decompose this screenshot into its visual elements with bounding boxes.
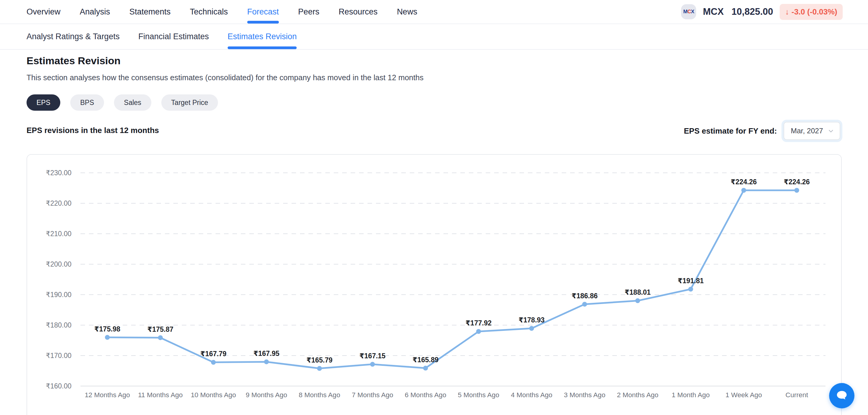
chart-point-label: ₹188.01 (625, 288, 651, 296)
chart-point[interactable] (423, 366, 428, 370)
chart-point-label: ₹224.26 (784, 178, 810, 186)
down-arrow-icon: ↓ (785, 7, 789, 17)
chart-point[interactable] (741, 188, 746, 193)
chat-button[interactable] (829, 383, 855, 408)
ticker-cluster: MCX MCX 10,825.00 ↓ -3.0 (-0.03%) (681, 0, 843, 24)
fy-end-label: EPS estimate for FY end: (684, 126, 777, 136)
fy-end-select[interactable]: Mar, 2027 (783, 122, 840, 140)
x-tick-label: 3 Months Ago (564, 391, 606, 399)
subnav-item-financial-estimates[interactable]: Financial Estimates (138, 24, 209, 49)
x-tick-label: 5 Months Ago (458, 391, 500, 399)
y-tick-label: ₹200.00 (46, 260, 71, 268)
chart-point-label: ₹167.95 (253, 350, 280, 357)
nav-item-forecast[interactable]: Forecast (247, 0, 279, 24)
nav-item-overview[interactable]: Overview (27, 0, 61, 24)
secondary-nav: Analyst Ratings & TargetsFinancial Estim… (0, 24, 868, 50)
x-tick-label: 8 Months Ago (299, 391, 340, 399)
chart-point[interactable] (211, 360, 216, 365)
chart-point-label: ₹224.26 (731, 178, 757, 186)
x-tick-label: 2 Months Ago (617, 391, 658, 399)
chart-point[interactable] (370, 362, 375, 367)
chart-point-label: ₹165.89 (412, 356, 438, 364)
mcx-logo: MCX (681, 4, 696, 19)
x-tick-label: Current (785, 391, 808, 399)
nav-item-statements[interactable]: Statements (129, 0, 170, 24)
chevron-down-icon (828, 127, 834, 134)
chart-section-title: EPS revisions in the last 12 months (27, 126, 159, 135)
chart-point-label: ₹177.92 (466, 319, 491, 327)
chart-point-label: ₹167.79 (200, 350, 226, 358)
x-tick-label: 11 Months Ago (138, 391, 183, 399)
chart-point[interactable] (158, 335, 163, 340)
nav-item-analysis[interactable]: Analysis (80, 0, 110, 24)
ticker-symbol: MCX (703, 6, 723, 17)
x-tick-label: 1 Week Ago (725, 391, 762, 399)
price-change-badge: ↓ -3.0 (-0.03%) (780, 4, 843, 20)
chat-bubble-icon (835, 389, 848, 402)
page-subtitle: This section analyses how the consensus … (27, 73, 424, 82)
chart-point-label: ₹175.87 (148, 325, 173, 333)
chart-point-label: ₹191.81 (678, 277, 704, 285)
chart-point[interactable] (529, 326, 534, 331)
chart-point-label: ₹178.93 (519, 316, 545, 324)
chart-point-label: ₹175.98 (94, 325, 121, 333)
y-tick-label: ₹220.00 (46, 199, 71, 207)
nav-item-peers[interactable]: Peers (298, 0, 319, 24)
chart-point[interactable] (317, 366, 322, 371)
pill-sales[interactable]: Sales (114, 94, 151, 111)
subnav-item-analyst-ratings-targets[interactable]: Analyst Ratings & Targets (27, 24, 120, 49)
eps-revision-chart-panel: ₹230.00₹220.00₹210.00₹200.00₹190.00₹180.… (27, 154, 842, 415)
chart-point[interactable] (105, 335, 110, 340)
x-tick-label: 9 Months Ago (246, 391, 287, 399)
ticker-price: 10,825.00 (732, 6, 773, 17)
chart-point[interactable] (795, 188, 799, 193)
subnav-item-estimates-revision[interactable]: Estimates Revision (228, 24, 297, 49)
top-header: OverviewAnalysisStatementsTechnicalsFore… (0, 0, 868, 24)
chart-point[interactable] (582, 302, 587, 307)
chart-point[interactable] (476, 329, 481, 334)
page-title: Estimates Revision (27, 55, 121, 67)
x-tick-label: 1 Month Ago (672, 391, 710, 399)
fy-end-group: EPS estimate for FY end: Mar, 2027 (684, 122, 840, 140)
pill-eps[interactable]: EPS (27, 94, 60, 111)
x-tick-label: 10 Months Ago (191, 391, 236, 399)
x-tick-label: 6 Months Ago (405, 391, 446, 399)
y-tick-label: ₹160.00 (46, 382, 71, 390)
metric-pill-row: EPSBPSSalesTarget Price (27, 94, 218, 111)
nav-item-news[interactable]: News (397, 0, 417, 24)
eps-revision-line-chart: ₹230.00₹220.00₹210.00₹200.00₹190.00₹180.… (27, 155, 841, 415)
y-tick-label: ₹230.00 (46, 169, 71, 177)
nav-item-resources[interactable]: Resources (339, 0, 377, 24)
price-change-value: -3.0 (-0.03%) (792, 7, 837, 17)
fy-end-selected-value: Mar, 2027 (791, 127, 823, 135)
chart-point-label: ₹167.15 (360, 352, 385, 360)
chart-point[interactable] (264, 359, 269, 364)
y-tick-label: ₹190.00 (46, 291, 71, 299)
y-tick-label: ₹170.00 (46, 352, 71, 359)
primary-nav: OverviewAnalysisStatementsTechnicalsFore… (27, 0, 417, 24)
pill-bps[interactable]: BPS (70, 94, 104, 111)
y-tick-label: ₹180.00 (46, 321, 71, 329)
chart-point[interactable] (688, 287, 693, 292)
nav-item-technicals[interactable]: Technicals (190, 0, 228, 24)
y-tick-label: ₹210.00 (46, 230, 71, 238)
chart-point-label: ₹186.86 (571, 292, 597, 300)
pill-target-price[interactable]: Target Price (161, 94, 218, 111)
x-tick-label: 7 Months Ago (352, 391, 394, 399)
x-tick-label: 4 Months Ago (511, 391, 552, 399)
chart-point[interactable] (635, 298, 640, 303)
chart-point-label: ₹165.79 (306, 356, 332, 364)
x-tick-label: 12 Months Ago (85, 391, 130, 399)
